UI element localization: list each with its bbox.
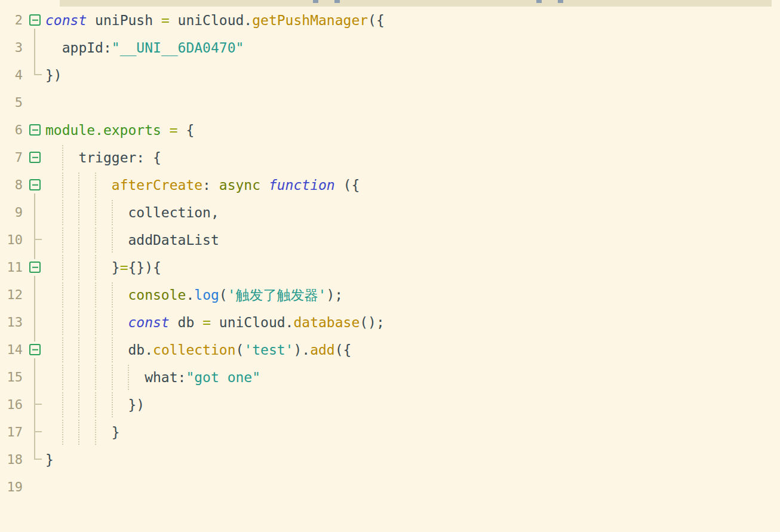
minus-glyph [32, 19, 38, 21]
fold-toggle-icon[interactable] [29, 14, 41, 26]
code-token: ({ [368, 13, 385, 28]
line-number: 14 [0, 336, 23, 364]
indent-guide [78, 392, 79, 417]
code-line[interactable]: }={}){ [45, 254, 780, 281]
fold-scope-line [34, 34, 35, 61]
fold-gutter [23, 281, 45, 309]
line-number: 9 [0, 199, 23, 226]
fold-scope-line [34, 226, 35, 254]
editor-row: 10 addDataList [0, 226, 780, 254]
code-token: collection, [128, 205, 219, 220]
code-line[interactable]: collection, [45, 199, 780, 226]
code-line[interactable] [45, 89, 780, 116]
indent-guide [62, 392, 63, 417]
line-number: 8 [0, 171, 23, 199]
text-fragment [313, 0, 318, 3]
fold-gutter [23, 7, 45, 34]
code-line[interactable]: const uniPush = uniCloud.getPushManager(… [45, 7, 780, 34]
fold-scope-line [34, 254, 35, 259]
editor-row: 16 }) [0, 391, 780, 419]
fold-scope-line [34, 358, 35, 364]
indent-guide [95, 282, 96, 307]
code-line[interactable]: db.collection('test').add({ [45, 336, 780, 364]
code-line[interactable]: const db = uniCloud.database(); [45, 309, 780, 336]
fold-gutter [23, 254, 45, 281]
fold-scope-line [34, 193, 35, 199]
code-token: db. [128, 342, 153, 358]
fold-scope-line [34, 61, 35, 75]
minus-glyph [32, 129, 38, 131]
editor-row: 9 collection, [0, 199, 780, 226]
fold-toggle-icon[interactable] [29, 124, 41, 136]
code-token [161, 122, 170, 138]
text-fragment [334, 0, 340, 3]
code-line[interactable]: trigger: { [45, 144, 780, 171]
code-token: uniCloud. [211, 315, 293, 330]
code-token: addDataList [128, 232, 219, 248]
code-token: (); [360, 315, 385, 330]
code-line[interactable] [45, 473, 780, 501]
indent-guide [112, 310, 113, 335]
indent-guide [112, 282, 113, 307]
fold-gutter [23, 171, 45, 199]
code-line[interactable]: } [45, 446, 780, 473]
indent-guide [62, 173, 63, 198]
fold-gutter [23, 116, 45, 144]
editor-row: 5 [0, 89, 780, 116]
indent-guide [62, 420, 63, 445]
code-token: ( [236, 342, 244, 358]
fold-gutter [23, 199, 45, 226]
code-token: async [219, 177, 260, 193]
code-line[interactable]: afterCreate: async function ({ [45, 171, 780, 199]
indent-guide [112, 227, 113, 253]
code-line[interactable]: what:"got one" [45, 364, 780, 391]
code-token: {}){ [128, 260, 161, 275]
indent-guide [78, 310, 79, 335]
editor-row: 12 console.log('触发了触发器'); [0, 281, 780, 309]
indent-guide [95, 337, 96, 362]
fold-toggle-icon[interactable] [29, 344, 41, 355]
code-token: } [112, 425, 120, 440]
indent-guide [95, 392, 96, 417]
code-token [260, 177, 269, 193]
editor-row: 11 }={}){ [0, 254, 780, 281]
fold-scope-line [34, 391, 35, 419]
code-lines: 2const uniPush = uniCloud.getPushManager… [0, 7, 780, 501]
fold-gutter [23, 336, 45, 364]
code-line[interactable]: }) [45, 391, 780, 419]
line-number: 7 [0, 144, 23, 171]
editor-row: 19 [0, 473, 780, 501]
indent-guide [78, 420, 79, 445]
indent-guide [78, 282, 79, 307]
fold-gutter [23, 226, 45, 254]
fold-scope-line [34, 74, 42, 75]
editor-row: 15 what:"got one" [0, 364, 780, 391]
code-editor: 2const uniPush = uniCloud.getPushManager… [0, 0, 780, 532]
fold-toggle-icon[interactable] [29, 262, 41, 273]
code-line[interactable]: }) [45, 61, 780, 89]
code-line[interactable]: addDataList [45, 226, 780, 254]
indent-guide [128, 365, 129, 390]
indent-guide [78, 227, 79, 253]
fold-toggle-icon[interactable] [29, 152, 41, 163]
fold-scope-line [34, 281, 35, 309]
editor-row: 17 } [0, 419, 780, 446]
code-line[interactable]: appId:"__UNI__6DA0470" [45, 34, 780, 61]
code-line[interactable]: } [45, 419, 780, 446]
code-token: collection [153, 342, 235, 358]
fold-scope-line [34, 459, 42, 460]
code-line[interactable]: console.log('触发了触发器'); [45, 281, 780, 309]
fold-gutter [23, 144, 45, 171]
indent-guide [78, 200, 79, 225]
code-line[interactable]: module.exports = { [45, 116, 780, 144]
code-token: ({ [335, 342, 352, 358]
indent-guide [78, 255, 79, 280]
code-token: = [170, 122, 178, 138]
indent-guide [62, 310, 63, 335]
fold-gutter [23, 364, 45, 391]
code-token: trigger: { [78, 150, 161, 165]
code-token: }) [128, 397, 145, 413]
fold-toggle-icon[interactable] [29, 179, 41, 190]
minus-glyph [32, 349, 38, 350]
editor-row: 4}) [0, 61, 780, 89]
